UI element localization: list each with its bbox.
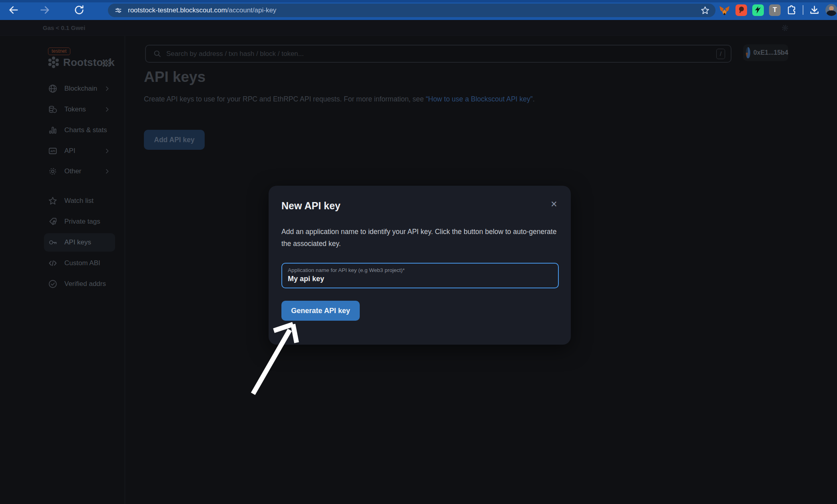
sidebar-item-label: Charts & stats [64,126,107,134]
close-icon[interactable]: × [548,198,560,210]
sidebar-item-label: Tokens [64,105,86,113]
url-text[interactable]: rootstock-testnet.blockscout.com/account… [128,6,276,14]
rootstock-logo-icon [46,55,61,69]
search-input[interactable] [166,50,716,58]
extension-row: T [719,4,837,16]
sidebar-item-label: Watch list [64,197,94,205]
application-name-label: Application name for API key (e.g Web3 p… [288,267,405,273]
modal-description: Add an application name to identify your… [281,226,559,250]
browser-reload-icon[interactable] [74,4,85,16]
how-to-use-link[interactable]: “How to use a Blockscout API key” [426,95,532,103]
annotation-arrow [240,312,324,403]
page-description: Create API keys to use for your RPC and … [144,95,535,103]
modal-title: New API key [281,200,341,212]
sidebar-item-api[interactable]: API API [44,143,115,159]
gas-topbar: Gas < 0.1 Gwei [0,20,837,36]
search-icon [153,50,161,58]
sidebar-item-charts-stats[interactable]: Charts & stats [44,122,115,139]
apps-grid-icon[interactable] [102,58,111,68]
search-shortcut-hint: / [716,49,725,59]
address-bar[interactable]: rootstock-testnet.blockscout.com/account… [108,4,715,17]
sidebar-item-verified-addrs[interactable]: Verified addrs [44,276,115,292]
description-text: Create API keys to use for your RPC and … [144,95,426,103]
window-top-strip [0,0,837,2]
sidebar-item-watch-list[interactable]: Watch list [44,192,115,209]
sidebar-item-other[interactable]: Other [44,163,115,180]
bar-chart-icon [48,125,58,135]
red-extension-icon[interactable] [735,4,747,16]
sidebar-item-label: Other [64,167,82,175]
page-title: API keys [144,69,205,85]
sidebar-item-label: API [64,147,75,155]
browser-forward-icon[interactable] [39,4,50,16]
tag-lock-icon [48,217,58,226]
account-avatar [746,47,750,58]
t-extension-icon[interactable]: T [769,4,781,16]
sidebar-item-private-tags[interactable]: Private tags [44,213,115,230]
metamask-extension-icon[interactable] [719,4,730,16]
star-icon [48,196,58,206]
download-icon[interactable] [809,4,820,16]
api-badge-icon: API [48,146,58,156]
code-icon [48,258,58,268]
check-circle-icon [48,279,58,289]
account-address: 0xE1...15b4 [753,49,788,56]
sidebar-item-label: Private tags [64,218,100,226]
globe-icon [48,84,58,93]
extensions-puzzle-icon[interactable] [786,4,797,16]
chevron-right-icon [104,148,110,154]
site-settings-icon[interactable] [114,6,122,14]
chevron-right-icon [104,85,110,92]
description-suffix: . [533,95,535,103]
toolbar-separator [803,5,803,15]
key-icon [48,238,58,247]
search-bar[interactable]: / [145,45,731,63]
settings-gear-icon[interactable] [781,24,789,32]
avatar-body [827,10,836,16]
add-api-key-button[interactable]: Add API key [144,130,205,150]
sidebar-item-label: Verified addrs [64,280,106,288]
green-extension-icon[interactable] [752,4,764,16]
sidebar-item-custom-abi[interactable]: Custom ABI [44,255,115,272]
bookmark-star-icon[interactable] [700,6,710,15]
sidebar-item-label: Blockchain [64,85,97,93]
application-name-input[interactable] [288,275,548,283]
sidebar-item-label: Custom ABI [64,259,100,267]
chevron-right-icon [104,168,110,175]
browser-back-icon[interactable] [8,4,19,16]
chevron-right-icon [104,106,110,113]
coins-icon [48,105,58,114]
t-extension-label: T [773,6,777,14]
sidebar-item-api-keys[interactable]: API keys [44,233,115,252]
sidebar-item-tokens[interactable]: Tokens [44,101,115,118]
browser-toolbar: rootstock-testnet.blockscout.com/account… [0,0,837,20]
browser-profile-avatar[interactable] [825,4,837,16]
account-chip[interactable]: 0xE1...15b4 [743,44,788,61]
application-name-field[interactable]: Application name for API key (e.g Web3 p… [281,263,559,288]
gas-tracker-label: Gas < 0.1 Gwei [43,24,85,31]
sidebar: testnet Rootstock Blockchain Tokens Char… [0,36,125,504]
sidebar-item-blockchain[interactable]: Blockchain [44,80,115,97]
url-path: /account/api-key [227,6,277,14]
svg-text:API: API [50,149,55,153]
url-host: rootstock-testnet.blockscout.com [128,6,227,14]
network-badge: testnet [48,48,70,55]
screen: rootstock-testnet.blockscout.com/account… [0,0,837,504]
sidebar-item-label: API keys [64,238,91,246]
gear-icon [48,167,58,176]
